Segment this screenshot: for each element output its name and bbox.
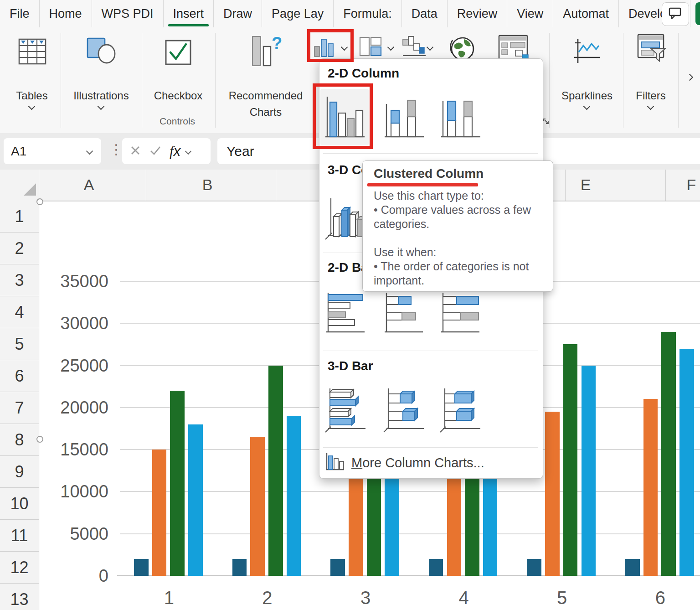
tooltip-line: categories.: [374, 217, 547, 231]
sparklines-chevron-icon[interactable]: [583, 103, 591, 110]
column-header-a[interactable]: A: [84, 176, 94, 194]
hierarchy-chart-chevron-icon[interactable]: [387, 44, 395, 51]
column-divider: [565, 170, 566, 201]
menu-item-3d-stacked-bar[interactable]: [380, 386, 428, 436]
sparklines-label[interactable]: Sparklines: [561, 89, 612, 102]
cancel-icon[interactable]: [130, 145, 140, 157]
recommended-charts-label-line2[interactable]: Charts: [250, 106, 282, 119]
menu-divider: [323, 447, 538, 448]
section-2d-column-title: 2-D Column: [328, 66, 399, 81]
menu-item-stacked-bar[interactable]: [380, 290, 428, 336]
insert-function-button[interactable]: fx: [170, 143, 180, 160]
tables-icon[interactable]: [18, 37, 46, 67]
comment-icon: [669, 7, 682, 21]
svg-text:?: ?: [272, 36, 282, 53]
name-box[interactable]: A1: [4, 138, 101, 164]
checkbox-icon[interactable]: [164, 39, 192, 68]
tab-draw[interactable]: Draw: [214, 0, 262, 27]
tab-page-lay[interactable]: Page Lay: [262, 0, 334, 27]
column-header-b[interactable]: B: [202, 176, 213, 194]
share-button-edge[interactable]: [695, 2, 700, 25]
column-header-e[interactable]: E: [581, 176, 591, 194]
tooltip-line: Use it when:: [374, 245, 547, 259]
insert-waterfall-chart-button[interactable]: [402, 36, 427, 59]
filters-label[interactable]: Filters: [636, 89, 665, 102]
tab-automat[interactable]: Automat: [553, 0, 619, 27]
illustrations-icon[interactable]: [87, 37, 117, 67]
formula-bar-grip-icon[interactable]: ⋮: [109, 141, 123, 157]
column-divider: [665, 170, 666, 201]
select-all-corner[interactable]: [24, 183, 36, 196]
x-axis-line: [117, 575, 700, 576]
tooltip-line: • The order of categories is not: [374, 259, 547, 274]
name-box-chevron-icon[interactable]: [86, 148, 93, 155]
recommended-charts-icon[interactable]: ?: [250, 36, 283, 70]
recommended-charts-label-line1[interactable]: Recommended: [229, 89, 303, 102]
menu-item-100-stacked-column[interactable]: [436, 89, 484, 145]
bar-cat5-series-2: [545, 412, 560, 576]
bar-cat5-series-4: [582, 366, 596, 576]
menu-item-stacked-column[interactable]: [380, 89, 428, 145]
group-separator: [142, 33, 142, 128]
group-separator: [61, 33, 61, 128]
menu-item-100-stacked-bar[interactable]: [436, 290, 484, 336]
tab-insert[interactable]: Insert: [164, 0, 214, 27]
menu-item-more-column-charts[interactable]: More Column Charts...: [319, 450, 542, 476]
tooltip-title: Clustered Column: [374, 166, 484, 181]
tab-file[interactable]: File: [0, 0, 40, 27]
checkbox-label[interactable]: Checkbox: [154, 89, 203, 102]
filters-chevron-icon[interactable]: [647, 103, 654, 110]
tab-data[interactable]: Data: [402, 0, 448, 27]
bar-cat6-series-2: [643, 399, 658, 576]
menu-item-3d-100-stacked-bar[interactable]: [436, 386, 484, 436]
ribbon-overflow-arrow-icon[interactable]: [686, 74, 694, 81]
clustered-column-tooltip: Clustered Column Use this chart type to:…: [362, 160, 553, 292]
bar-cat3-series-1: [330, 559, 345, 576]
group-separator: [678, 33, 679, 128]
bar-cat2-series-3: [268, 366, 283, 576]
pivotchart-icon[interactable]: [498, 35, 529, 62]
y-axis-tick-label: 10000: [22, 482, 108, 501]
menu-item-clustered-bar[interactable]: [321, 290, 370, 336]
excel-window: FileHomeWPS PDIInsertDrawPage LayFormula…: [0, 0, 700, 610]
fx-chevron-icon[interactable]: [185, 148, 191, 154]
enter-icon[interactable]: [149, 145, 161, 157]
tab-review[interactable]: Review: [448, 0, 508, 27]
tables-label[interactable]: Tables: [16, 89, 47, 102]
comments-button[interactable]: [662, 2, 689, 26]
row-header-2[interactable]: 2: [0, 233, 39, 264]
y-axis-tick-label: 5000: [22, 525, 108, 543]
column-divider: [276, 170, 276, 201]
bar-cat2-series-2: [250, 437, 265, 576]
bar-cat5-series-1: [527, 559, 541, 576]
more-column-charts-label: More Column Charts...: [351, 455, 484, 470]
chart-resize-handle-topleft[interactable]: [36, 198, 43, 205]
column-header-f[interactable]: F: [687, 176, 696, 194]
row-header-5[interactable]: 5: [0, 328, 39, 360]
red-annotation-box-ribbon-button: [307, 29, 354, 62]
tab-view[interactable]: View: [507, 0, 553, 27]
tooltip-line: important.: [374, 274, 547, 288]
illustrations-chevron-icon[interactable]: [98, 103, 105, 110]
y-axis-tick-label: 30000: [22, 314, 108, 332]
group-separator: [549, 33, 550, 128]
filters-icon[interactable]: [637, 34, 666, 65]
chart-gridline: [120, 491, 700, 492]
illustrations-label[interactable]: Illustrations: [73, 89, 129, 102]
insert-hierarchy-chart-button[interactable]: [359, 36, 382, 58]
bar-cat6-series-4: [679, 349, 694, 576]
chart-resize-handle-left[interactable]: [36, 436, 43, 443]
row-header-1[interactable]: 1: [0, 201, 39, 233]
chart-gridline: [120, 533, 700, 534]
tab-formula-[interactable]: Formula:: [334, 0, 402, 27]
waterfall-chart-chevron-icon[interactable]: [427, 44, 434, 51]
tab-home[interactable]: Home: [40, 0, 92, 27]
tables-chevron-icon[interactable]: [28, 103, 36, 110]
charts-dialog-launcher-icon[interactable]: [542, 118, 551, 128]
row-header-13[interactable]: 13: [0, 584, 39, 610]
menu-item-3d-clustered-bar[interactable]: [321, 386, 370, 436]
bar-cat1-series-2: [152, 450, 167, 576]
tab-wps-pdi[interactable]: WPS PDI: [92, 0, 164, 27]
sparklines-icon[interactable]: [573, 37, 602, 67]
column-divider: [146, 170, 146, 201]
